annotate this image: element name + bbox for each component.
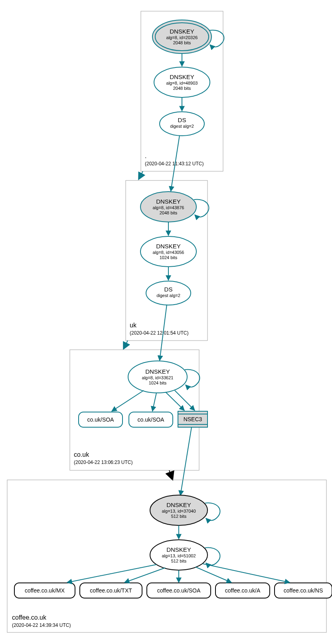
svg-text:co.uk/SOA: co.uk/SOA (138, 416, 165, 423)
svg-text:DNSKEY: DNSKEY (145, 368, 170, 375)
svg-text:1024 bits: 1024 bits (160, 255, 178, 260)
svg-text:alg=8, id=43876: alg=8, id=43876 (153, 205, 184, 210)
edge-couk-key-soa1 (112, 390, 144, 411)
couk-soa2: co.uk/SOA (129, 412, 173, 427)
svg-text:alg=8, id=48903: alg=8, id=48903 (166, 81, 198, 85)
svg-text:DNSKEY: DNSKEY (156, 198, 181, 205)
edge-coffee-zsk-ns (203, 564, 290, 583)
svg-text:DS: DS (164, 286, 173, 293)
svg-text:DNSKEY: DNSKEY (156, 243, 181, 250)
svg-text:1024 bits: 1024 bits (149, 380, 167, 385)
uk-ksk: DNSKEY alg=8, id=43876 2048 bits (140, 192, 196, 222)
svg-text:512 bits: 512 bits (171, 559, 187, 563)
svg-text:2048 bits: 2048 bits (173, 40, 191, 45)
svg-text:coffee.co.uk/NS: coffee.co.uk/NS (284, 587, 323, 594)
edge-ukbox-coukbox (124, 341, 128, 349)
svg-text:DNSKEY: DNSKEY (170, 73, 194, 80)
couk-key: DNSKEY alg=8, id=33621 1024 bits (128, 361, 187, 393)
zone-coffee-name: coffee.co.uk (12, 614, 47, 621)
svg-text:alg=13, id=51002: alg=13, id=51002 (162, 553, 196, 558)
edge-nsec3-coffee-ksk (180, 427, 192, 495)
zone-uk-ts: (2020-04-22 12:01:54 UTC) (130, 330, 188, 336)
uk-ds: DS digest alg=2 (146, 281, 191, 305)
edge-rootbox-ukbox (139, 171, 143, 179)
zone-couk-ts: (2020-04-22 13:06:23 UTC) (74, 460, 132, 465)
edge-couk-key-nsec3b (175, 390, 195, 410)
edge-coffee-zsk-a (196, 567, 231, 583)
edge-coukbox-coffeebox (169, 470, 172, 479)
coffee-txt: coffee.co.uk/TXT (80, 583, 142, 598)
edge-couk-key-soa2 (152, 393, 156, 411)
svg-text:alg=8, id=33621: alg=8, id=33621 (142, 375, 174, 380)
svg-text:coffee.co.uk/MX: coffee.co.uk/MX (25, 587, 65, 594)
svg-text:alg=8, id=20326: alg=8, id=20326 (166, 35, 198, 40)
zone-uk-name: uk (130, 322, 137, 329)
svg-text:alg=13, id=37040: alg=13, id=37040 (162, 509, 196, 513)
svg-text:coffee.co.uk/TXT: coffee.co.uk/TXT (90, 587, 132, 594)
svg-text:2048 bits: 2048 bits (160, 210, 178, 215)
svg-text:alg=8, id=43056: alg=8, id=43056 (153, 250, 184, 255)
zone-coffee-ts: (2020-04-22 14:39:34 UTC) (12, 622, 71, 628)
svg-text:digest alg=2: digest alg=2 (156, 293, 180, 298)
coffee-soa: coffee.co.uk/SOA (147, 583, 211, 598)
svg-text:DNSKEY: DNSKEY (166, 546, 191, 553)
root-ksk: DNSKEY alg=8, id=20326 2048 bits (152, 20, 211, 54)
couk-nsec3: NSEC3 (178, 411, 208, 427)
couk-soa1: co.uk/SOA (79, 412, 123, 427)
svg-text:coffee.co.uk/A: coffee.co.uk/A (225, 587, 261, 594)
svg-text:NSEC3: NSEC3 (184, 416, 202, 422)
zone-couk-name: co.uk (74, 451, 89, 458)
zone-root: . (2020-04-22 11:43:12 UTC) DNSKEY alg=8… (141, 11, 224, 171)
svg-text:co.uk/SOA: co.uk/SOA (87, 416, 115, 423)
coffee-zsk: DNSKEY alg=13, id=51002 512 bits (150, 540, 208, 570)
coffee-ksk: DNSKEY alg=13, id=37040 512 bits (150, 495, 208, 525)
uk-zsk: DNSKEY alg=8, id=43056 1024 bits (140, 236, 196, 267)
svg-text:DNSKEY: DNSKEY (170, 28, 194, 35)
edge-coffee-zsk-mx (67, 565, 156, 583)
zone-root-ts: (2020-04-22 11:43:12 UTC) (145, 161, 204, 166)
coffee-a: coffee.co.uk/A (215, 583, 270, 598)
root-zsk: DNSKEY alg=8, id=48903 2048 bits (154, 67, 210, 97)
zone-root-name: . (145, 153, 146, 159)
svg-text:digest alg=2: digest alg=2 (170, 124, 194, 129)
zone-coffee: coffee.co.uk (2020-04-22 14:39:34 UTC) D… (7, 480, 332, 632)
coffee-ns: coffee.co.uk/NS (275, 583, 332, 598)
root-ds: DS digest alg=2 (160, 112, 204, 136)
svg-text:coffee.co.uk/SOA: coffee.co.uk/SOA (157, 587, 201, 594)
dnssec-diagram: . (2020-04-22 11:43:12 UTC) DNSKEY alg=8… (0, 0, 332, 644)
zone-couk: co.uk (2020-04-22 13:06:23 UTC) DNSKEY a… (70, 305, 208, 470)
coffee-mx: coffee.co.uk/MX (14, 583, 75, 598)
svg-text:2048 bits: 2048 bits (173, 86, 191, 91)
svg-text:DNSKEY: DNSKEY (166, 501, 191, 508)
edge-couk-key-nsec3a (166, 392, 184, 410)
svg-text:512 bits: 512 bits (171, 514, 187, 519)
svg-text:DS: DS (178, 117, 186, 123)
